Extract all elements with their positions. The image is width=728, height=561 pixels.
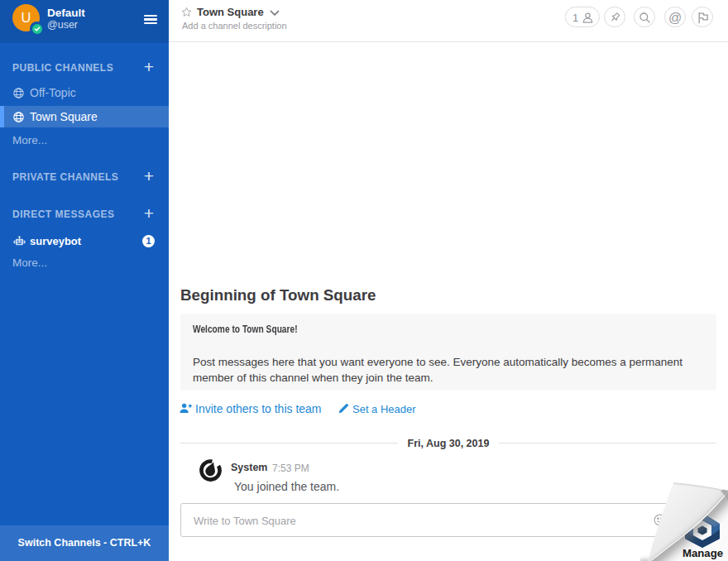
svg-text:Manage: Manage bbox=[682, 547, 723, 559]
